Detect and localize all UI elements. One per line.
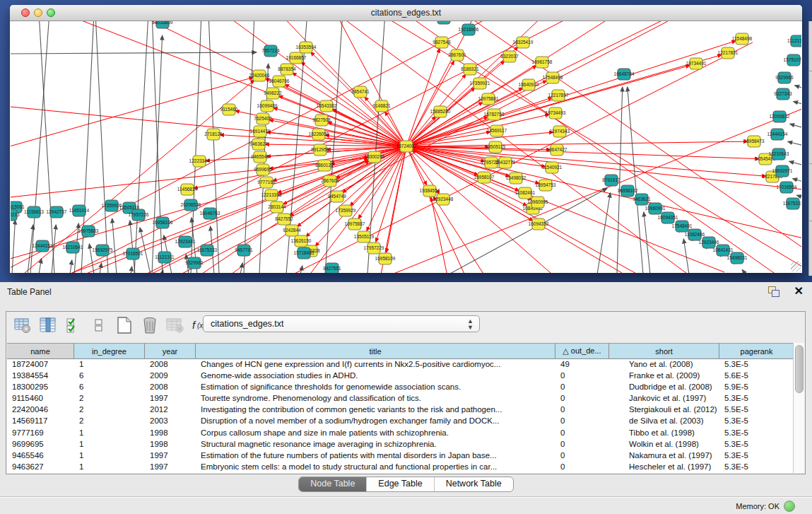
network-node[interactable]: 2867608 (321, 175, 339, 187)
network-node[interactable]: 11121314 (787, 35, 801, 47)
network-node[interactable]: 17957229 (364, 243, 384, 254)
column-header-out_de[interactable]: △ out_de... (555, 344, 609, 358)
network-node[interactable]: 16210641 (63, 242, 83, 253)
network-node[interactable]: 16432771 (495, 157, 516, 168)
network-node[interactable]: 2803144 (268, 201, 286, 213)
network-node[interactable]: 16914479 (250, 126, 271, 137)
table-row[interactable]: 1456911722003Disruption of a novel membe… (7, 416, 794, 427)
network-node[interactable]: 11451914 (69, 205, 90, 216)
network-node[interactable]: 9463627 (249, 139, 268, 150)
network-node[interactable]: 11540921 (542, 162, 563, 173)
window-resize-grip[interactable] (791, 262, 801, 271)
column-header-year[interactable]: year (145, 344, 196, 358)
network-node[interactable]: 13505115 (486, 141, 506, 153)
network-node[interactable]: 10975883 (78, 226, 99, 237)
network-node[interactable]: 9329961 (185, 257, 204, 269)
network-node[interactable]: 8427552 (275, 214, 293, 225)
row-height-icon[interactable] (88, 315, 110, 335)
network-node[interactable]: 19218906 (459, 24, 479, 35)
network-node[interactable]: 16648784 (614, 69, 635, 80)
network-node[interactable]: 9465546 (251, 151, 269, 163)
network-node[interactable]: 8454749 (328, 191, 346, 202)
network-node[interactable]: 16046763 (200, 208, 220, 219)
network-node[interactable]: 9463621 (632, 194, 651, 205)
network-node[interactable]: 8791917 (602, 175, 620, 186)
network-node[interactable]: 8912955 (311, 144, 329, 156)
close-panel-icon[interactable]: ✕ (794, 284, 804, 298)
select-rows-icon[interactable] (63, 315, 84, 335)
tab-network-table[interactable]: Network Table (435, 477, 513, 491)
table-vertical-scrollbar[interactable] (793, 343, 804, 473)
network-node[interactable]: 8427551 (323, 263, 341, 273)
column-header-in_degree[interactable]: in_degree (74, 344, 145, 358)
network-node[interactable]: 16958106 (153, 217, 173, 228)
column-header-pagerank[interactable]: pagerank (719, 344, 794, 358)
network-node[interactable]: 7625402 (254, 113, 272, 124)
table-row[interactable]: 1872400712008Changes of HCN gene express… (7, 359, 794, 370)
table-row[interactable]: 1938455462009Genome-wide association stu… (7, 370, 794, 382)
network-node[interactable]: 8813054 (435, 21, 453, 24)
network-node[interactable]: 12444154 (767, 129, 788, 140)
network-node[interactable]: 17359929 (336, 205, 356, 216)
column-header-short[interactable]: short (609, 344, 719, 358)
table-row[interactable]: 977716911998Corpus callosum shape and si… (7, 428, 794, 439)
table-row[interactable]: 2242004622012Investigating the contribut… (7, 404, 794, 416)
network-node[interactable]: 9827548 (433, 37, 451, 48)
network-node[interactable]: 16958102 (618, 185, 638, 197)
network-node[interactable]: 9457791 (235, 245, 253, 256)
tab-node-table[interactable]: Node Table (299, 477, 367, 491)
network-node[interactable]: 15498032 (506, 173, 526, 184)
network-node[interactable]: 16958109 (375, 253, 396, 264)
network-node[interactable]: 9498222 (264, 88, 282, 99)
network-node[interactable]: 15751074 (784, 54, 801, 66)
network-node[interactable]: 10647427 (547, 144, 567, 156)
network-node[interactable]: 8860123 (315, 160, 334, 171)
show-column-icon[interactable] (37, 315, 59, 335)
network-node[interactable]: 16033809 (153, 21, 173, 28)
network-node[interactable]: 9146821 (372, 100, 391, 112)
network-node[interactable]: 9777169 (257, 177, 276, 188)
network-node[interactable]: 9242844 (283, 225, 301, 236)
scrollbar-thumb[interactable] (795, 345, 804, 393)
window-titlebar[interactable]: citations_edges.txt (10, 5, 802, 21)
network-node[interactable]: 9329966 (775, 72, 794, 83)
delete-rows-icon[interactable] (139, 315, 160, 335)
table-row[interactable]: 911546021997Tourette syndrome. Phenomeno… (7, 393, 794, 404)
network-node[interactable]: 11156813 (24, 206, 44, 218)
column-header-name[interactable]: name (7, 344, 74, 358)
table-row[interactable]: 946362711997Embryonic stem cells: a mode… (7, 462, 794, 473)
network-node[interactable]: 10975887 (345, 218, 365, 230)
network-node[interactable]: 9115460 (220, 104, 238, 115)
network-node[interactable]: 10841431 (713, 245, 734, 256)
float-panel-icon[interactable] (768, 286, 779, 296)
tab-edge-table[interactable]: Edge Table (367, 477, 434, 491)
network-node[interactable]: 11548498 (732, 33, 753, 45)
network-node[interactable]: 9827508 (312, 115, 331, 126)
network-node[interactable]: 13505119 (354, 231, 375, 243)
network-node[interactable]: 17548498 (543, 72, 563, 83)
network-node[interactable]: 18954753 (536, 180, 556, 191)
network-node[interactable]: 9699695 (254, 164, 272, 175)
table-settings-icon[interactable] (12, 315, 33, 335)
network-node[interactable]: 15958473 (744, 136, 765, 147)
network-node[interactable]: 15885280 (430, 106, 451, 117)
network-node[interactable]: 2718126 (204, 129, 223, 140)
network-node[interactable]: 18325419 (513, 37, 534, 48)
network-node[interactable]: 15692975 (93, 245, 113, 256)
network-node[interactable]: 12923446 (699, 237, 719, 248)
new-table-icon[interactable] (114, 315, 135, 335)
network-node[interactable]: 16961758 (532, 57, 553, 68)
network-node[interactable]: 12213398 (261, 189, 282, 201)
table-selector-dropdown[interactable]: citations_edges.txt ▲▼ (203, 315, 480, 332)
memory-status-icon[interactable] (784, 501, 795, 512)
network-node[interactable]: 19734493 (546, 107, 566, 119)
network-node[interactable]: 12942737 (47, 206, 67, 218)
network-node[interactable]: 9227343 (774, 88, 792, 100)
network-node[interactable]: 8454741 (351, 86, 370, 98)
network-node[interactable]: 8878354 (278, 64, 296, 75)
network-node[interactable]: 12444151 (33, 240, 53, 252)
network-node[interactable]: 12217891 (718, 47, 739, 59)
table-row[interactable]: 946554611997Estimation of the future num… (7, 450, 794, 462)
table-row[interactable]: 1830029562008Estimation of significance … (7, 382, 794, 393)
network-node[interactable]: 8322037 (500, 51, 519, 62)
